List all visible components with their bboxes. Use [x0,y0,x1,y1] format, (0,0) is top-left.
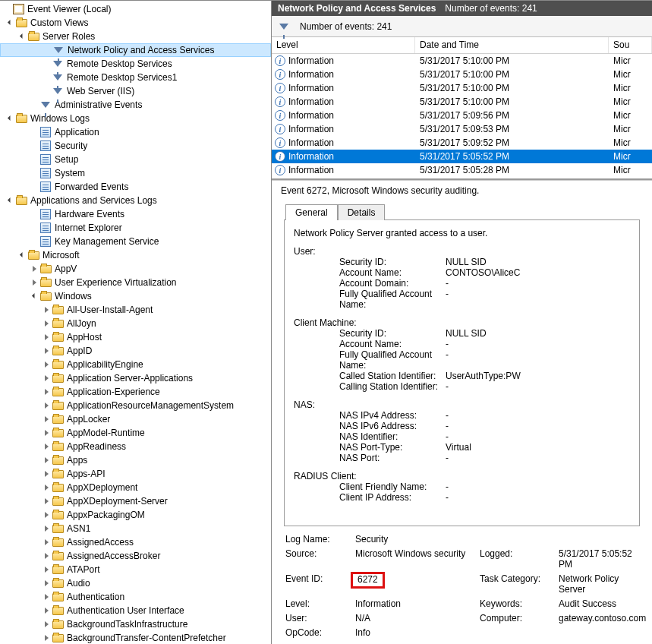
twisty-icon[interactable] [41,361,52,368]
tree-root[interactable]: Event Viewer (Local) [0,2,271,16]
twisty-icon[interactable] [41,307,52,313]
twisty-icon[interactable] [41,389,52,395]
twisty-icon[interactable] [41,430,52,436]
twisty-icon[interactable] [41,608,52,614]
twisty-icon[interactable] [41,553,52,559]
twisty-icon[interactable] [41,416,52,422]
twisty-icon[interactable] [17,254,27,257]
twisty-icon[interactable] [41,580,52,586]
tree-win-21[interactable]: Authentication [0,590,271,604]
tree-asl[interactable]: Applications and Services Logs [0,194,271,207]
tree-win-19[interactable]: ATAPort [0,563,271,576]
twisty-icon[interactable] [41,402,52,409]
twisty-icon[interactable] [41,348,52,354]
tree-win-8[interactable]: AppLocker [0,412,271,426]
tree-admin-events[interactable]: Administrative Events [0,98,271,112]
twisty-icon[interactable] [41,498,52,504]
twisty-icon[interactable] [17,36,27,38]
twisty-icon[interactable] [41,471,52,477]
table-row[interactable]: iInformation5/31/2017 5:10:00 PMMicr [272,81,652,95]
tree-win-2[interactable]: AppHost [0,330,271,344]
tree-wl2[interactable]: Security [0,139,271,153]
tree-win-7[interactable]: ApplicationResourceManagementSystem [0,399,271,412]
table-row[interactable]: iInformation5/31/2017 5:05:28 PMMicr [272,163,652,177]
tree-custom-views[interactable]: Custom Views [0,16,271,30]
twisty-icon[interactable] [29,279,39,286]
twisty-icon[interactable] [5,200,15,202]
tree-win-22[interactable]: Authentication User Interface [0,604,271,617]
tree-wl5[interactable]: Forwarded Events [0,180,271,194]
table-row[interactable]: iInformation5/31/2017 5:09:53 PMMicr [272,122,652,136]
tab-details[interactable]: Details [338,204,386,220]
twisty-icon[interactable] [41,539,52,545]
col-level[interactable]: Level [272,37,415,53]
table-row[interactable]: iInformation5/31/2017 5:10:00 PMMicr [272,95,652,109]
tree-rds1[interactable]: Remote Desktop Services1 [0,71,271,84]
tree-iis[interactable]: Web Server (IIS) [0,84,271,98]
tree-win-24[interactable]: BackgroundTransfer-ContentPrefetcher [0,631,271,644]
tree-win-14[interactable]: AppXDeployment-Server [0,494,271,508]
twisty-icon[interactable] [5,22,15,24]
tree-pane[interactable]: Event Viewer (Local)Custom ViewsServer R… [0,1,272,644]
col-date[interactable]: Date and Time [415,37,609,53]
tree-win-18[interactable]: AssignedAccessBroker [0,549,271,563]
tree-win-4[interactable]: ApplicabilityEngine [0,358,271,371]
tree-wl1[interactable]: Application [0,125,271,139]
tree-win-11[interactable]: Apps [0,453,271,467]
event-rows[interactable]: iInformation5/31/2017 5:10:00 PMMicriInf… [272,54,652,178]
tree-server-roles[interactable]: Server Roles [0,30,271,43]
event-header[interactable]: Level Date and Time Sou [272,37,652,54]
tree-uev[interactable]: User Experience Virtualization [0,276,271,289]
twisty-icon[interactable] [41,320,52,327]
tree-asl2[interactable]: Internet Explorer [0,221,271,235]
table-row[interactable]: iInformation5/31/2017 5:09:52 PMMicr [272,136,652,150]
tree-win-16[interactable]: ASN1 [0,522,271,535]
tree-win-17[interactable]: AssignedAccess [0,535,271,549]
col-source[interactable]: Sou [609,37,652,53]
tree-win-5[interactable]: Application Server-Applications [0,371,271,385]
tree-win-9[interactable]: AppModel-Runtime [0,426,271,440]
tree-microsoft[interactable]: Microsoft [0,248,271,262]
tree-windows[interactable]: Windows [0,289,271,303]
tree-windows-logs[interactable]: Windows Logs [0,112,271,125]
tree-win-6[interactable]: Application-Experience [0,385,271,399]
twisty-icon[interactable] [41,635,52,641]
twisty-icon[interactable] [29,266,39,272]
tree-wl4[interactable]: System [0,166,271,180]
tree-rds[interactable]: Remote Desktop Services [0,57,271,71]
twisty-icon[interactable] [41,512,52,518]
twisty-icon[interactable] [41,334,52,340]
tree-asl3[interactable]: Key Management Service [0,235,271,248]
twisty-icon[interactable] [5,118,15,120]
twisty-icon[interactable] [41,621,52,627]
table-row[interactable]: iInformation5/31/2017 5:05:52 PMMicr [272,150,652,163]
tree-win-1[interactable]: AllJoyn [0,317,271,330]
twisty-icon[interactable] [41,375,52,381]
detail-body[interactable]: Network Policy Server granted access to … [284,219,640,526]
tree-win-23[interactable]: BackgroundTaskInfrastructure [0,617,271,631]
tree-npas[interactable]: Network Policy and Access Services [0,43,271,57]
twisty-icon[interactable] [41,457,52,463]
table-row[interactable]: iInformation5/31/2017 5:10:00 PMMicr [272,68,652,81]
tree-win-3[interactable]: AppID [0,344,271,358]
tree-appv[interactable]: AppV [0,262,271,276]
twisty-icon[interactable] [29,295,39,298]
table-row[interactable]: iInformation5/31/2017 5:09:56 PMMicr [272,109,652,122]
tree-asl1[interactable]: Hardware Events [0,207,271,221]
tab-general[interactable]: General [285,204,338,220]
tree-label: Security [54,140,87,151]
twisty-icon[interactable] [41,444,52,450]
twisty-icon[interactable] [41,526,52,532]
twisty-icon[interactable] [41,594,52,600]
twisty-icon[interactable] [41,485,52,491]
tree-wl3[interactable]: Setup [0,153,271,166]
tree-win-15[interactable]: AppxPackagingOM [0,508,271,522]
table-row[interactable]: iInformation5/31/2017 5:10:00 PMMicr [272,54,652,68]
tree-win-10[interactable]: AppReadiness [0,440,271,453]
tree-win-13[interactable]: AppXDeployment [0,481,271,494]
tree-win-20[interactable]: Audio [0,576,271,590]
nas-v4-v: - [446,410,630,421]
tree-win-12[interactable]: Apps-API [0,467,271,481]
twisty-icon[interactable] [41,567,52,573]
tree-win-0[interactable]: All-User-Install-Agent [0,303,271,317]
